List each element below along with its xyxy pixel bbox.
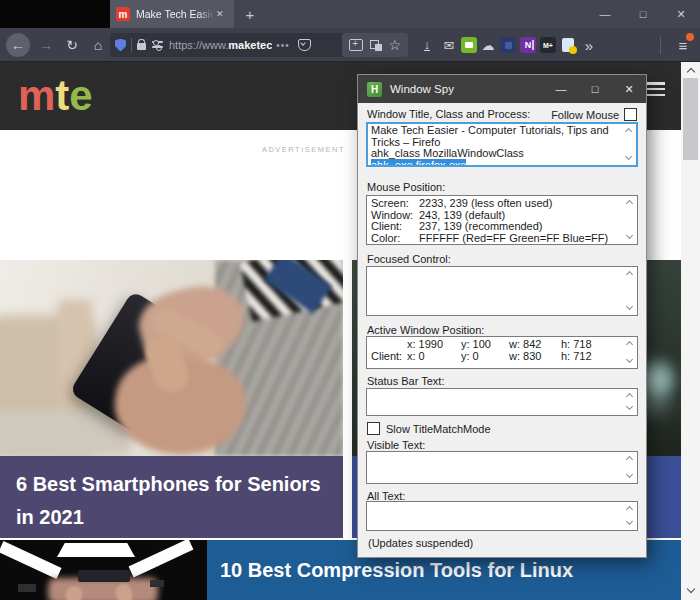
scroll-up-icon[interactable] [626, 505, 634, 513]
photo-shape-light-left [0, 541, 62, 579]
pocket-icon[interactable] [298, 39, 311, 51]
scroll-up-icon[interactable] [626, 455, 634, 463]
autohotkey-icon: H [367, 82, 382, 97]
scroll-down-icon[interactable] [626, 357, 634, 365]
all-text-box[interactable] [366, 501, 638, 531]
bookmark-star-icon[interactable]: ☆ [389, 37, 402, 53]
markdown-icon[interactable]: M+ [537, 33, 559, 57]
status-bar-label: Status Bar Text: [367, 375, 444, 387]
lock-icon[interactable] [137, 43, 146, 50]
status-bar-box[interactable] [366, 388, 638, 416]
follow-mouse-checkbox[interactable] [624, 108, 637, 121]
logo-letter-e: e [69, 72, 92, 119]
page-actions-icon[interactable]: ••• [276, 40, 290, 51]
browser-titlebar: m Make Tech Easier - Computer Tu ✕ + — □… [0, 0, 700, 28]
mail-icon[interactable]: ✉ [438, 33, 460, 57]
spy-close-button[interactable]: ✕ [612, 75, 646, 103]
active-window-row: x: 1990y: 100w: 842h: 718 [371, 339, 621, 351]
home-icon[interactable]: ⌂ [86, 33, 110, 57]
scroll-down-icon[interactable] [625, 154, 633, 162]
scroll-down-icon[interactable] [626, 233, 634, 241]
extension-icon[interactable] [497, 33, 519, 57]
downloads-icon[interactable]: ↓ [416, 33, 438, 57]
article-title-smartphones[interactable]: 6 Best Smartphones for Seniors in 2021 [0, 456, 343, 538]
window-info-box[interactable]: Make Tech Easier - Computer Tutorials, T… [366, 122, 638, 167]
page-scrollbar[interactable] [681, 62, 700, 600]
reload-icon[interactable]: ↻ [60, 33, 84, 57]
tracking-protection-shield-icon[interactable] [115, 39, 126, 52]
window-spy-title: Window Spy [390, 83, 544, 95]
overflow-chevrons-icon[interactable]: » [578, 33, 600, 57]
photo-shape-item1 [18, 584, 36, 592]
window-spy-body: Window Title, Class and Process: Follow … [358, 103, 646, 557]
forward-icon[interactable]: → [34, 33, 58, 57]
article-photo-desk[interactable] [0, 540, 207, 600]
scroll-down-icon[interactable] [626, 304, 634, 312]
scroll-down-icon[interactable] [626, 519, 634, 527]
photo-shape-laptop [78, 570, 130, 582]
url-scheme: https://www. [169, 39, 228, 51]
back-icon[interactable]: ← [6, 33, 30, 57]
site-logo[interactable]: mte [18, 69, 93, 123]
site-menu-icon[interactable] [646, 82, 665, 96]
url-text[interactable]: https://www.maketec [169, 39, 272, 51]
urlbar-action-group: ☆ [342, 33, 408, 57]
mouse-position-box[interactable]: Screen:2233, 239 (less often used) Windo… [366, 195, 638, 245]
follow-mouse-label: Follow Mouse [551, 109, 619, 121]
slow-titlematch-checkbox[interactable] [367, 422, 380, 435]
photo-shape-light-center [57, 543, 135, 557]
updates-suspended-label: (Updates suspended) [368, 537, 473, 549]
toolbar-divider [660, 36, 661, 54]
browser-toolbar: ← → ↻ ⌂ https://www.maketec ••• ☆ ↓ ✉ ☁ … [0, 28, 700, 62]
update-badge [686, 33, 694, 41]
permissions-icon[interactable] [152, 40, 163, 50]
focused-control-label: Focused Control: [367, 253, 451, 265]
cloud-icon[interactable]: ☁ [477, 33, 499, 57]
window-minimize-button[interactable]: — [590, 0, 620, 28]
scroll-up-icon[interactable] [626, 340, 634, 348]
spy-maximize-button[interactable]: □ [578, 75, 612, 103]
mouse-row: Screen:2233, 239 (less often used) [371, 198, 621, 210]
window-close-button[interactable]: ✕ [666, 0, 696, 28]
photo-shape-light-right [129, 540, 194, 577]
follow-mouse-option: Follow Mouse [551, 108, 637, 121]
active-window-box[interactable]: x: 1990y: 100w: 842h: 718 Client:x: 0y: … [366, 336, 638, 369]
selected-text: ahk_exe firefox.exe [371, 159, 466, 168]
scroll-up-icon[interactable] [626, 270, 634, 278]
article-photo-smartphone[interactable] [0, 260, 343, 456]
focused-control-box[interactable] [366, 266, 638, 316]
scrollbar-down-icon[interactable] [681, 583, 700, 598]
mouse-position-label: Mouse Position: [367, 181, 445, 193]
window-info-line: Make Tech Easier - Computer Tutorials, T… [371, 125, 621, 148]
save-page-icon[interactable] [349, 39, 363, 51]
mouse-row: Client:237, 139 (recommended) [371, 221, 621, 233]
visible-text-box[interactable] [366, 451, 638, 484]
slow-titlematch-option: Slow TitleMatchMode [367, 422, 491, 435]
page-clock-icon[interactable] [557, 33, 579, 57]
window-maximize-button[interactable]: □ [628, 0, 658, 28]
scroll-down-icon[interactable] [626, 472, 634, 480]
titlebar-corner [0, 0, 110, 28]
scrollbar-up-icon[interactable] [681, 63, 700, 78]
scroll-up-icon[interactable] [626, 392, 634, 400]
screen: m Make Tech Easier - Computer Tu ✕ + — □… [0, 0, 700, 600]
url-domain: maketec [228, 39, 272, 51]
onenote-icon[interactable]: N [517, 33, 539, 57]
active-window-row: Client:x: 0y: 0w: 830h: 712 [371, 351, 621, 363]
app-menu-icon[interactable]: ≡ [670, 33, 696, 57]
translate-icon[interactable] [370, 40, 382, 51]
window-info-line: ahk_class MozillaWindowClass [371, 148, 621, 160]
slow-titlematch-label: Slow TitleMatchMode [386, 423, 491, 435]
window-spy-titlebar[interactable]: H Window Spy — □ ✕ [358, 75, 646, 103]
new-tab-button[interactable]: + [240, 4, 260, 24]
scroll-up-icon[interactable] [626, 199, 634, 207]
scrollbar-thumb[interactable] [683, 78, 698, 160]
browser-tab[interactable]: m Make Tech Easier - Computer Tu ✕ [110, 0, 234, 28]
scroll-up-icon[interactable] [625, 127, 633, 135]
tab-close-icon[interactable]: ✕ [216, 9, 224, 19]
spy-minimize-button[interactable]: — [544, 75, 578, 103]
scroll-down-icon[interactable] [626, 404, 634, 412]
photo-shape-item2 [150, 580, 164, 587]
window-spy-dialog: H Window Spy — □ ✕ Window Title, Class a… [358, 75, 646, 557]
logo-letter-m: m [18, 72, 55, 119]
